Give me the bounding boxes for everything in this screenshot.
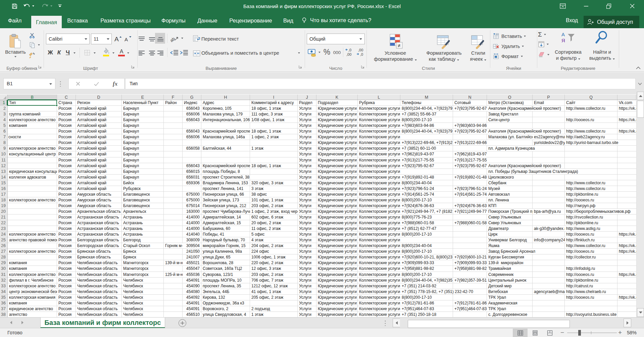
row-header-7[interactable]: 7 (0, 134, 7, 140)
cell-K31[interactable]: Юридические услуги (317, 272, 358, 277)
cell-J3[interactable]: Услуги (298, 111, 316, 117)
cell-G6[interactable]: 656043 (183, 129, 200, 134)
cell-B10[interactable]: консультационный центр (8, 151, 57, 157)
cell-N2[interactable]: +7(923)795-92-67 (453, 106, 487, 111)
sheet-tab-active[interactable]: База компаний и фирм коллекторс (40, 318, 165, 328)
cell-G15[interactable]: 659306 (183, 180, 200, 186)
cell-R4[interactable]: https://vk.com (618, 117, 636, 123)
cell-B3[interactable]: группа компаний (8, 111, 57, 117)
cell-J8[interactable]: Услуги (298, 140, 316, 145)
cell-C11[interactable]: Россия (57, 157, 76, 163)
cell-G30[interactable]: 455047 (183, 266, 200, 272)
cell-J16[interactable]: Услуги (298, 186, 316, 191)
cell-O24[interactable]: Цирк (487, 232, 565, 237)
cell-Q35[interactable]: http://oooeos.ru (565, 295, 617, 300)
cell-G14[interactable]: 656031 (183, 175, 200, 180)
vertical-scrollbar-thumb[interactable] (637, 101, 644, 118)
cell-L15[interactable]: Коллекторские услуги (358, 180, 400, 186)
cell-D6[interactable]: Алтайский край (76, 129, 122, 134)
cell-H6[interactable]: Красноармейский проспект (202, 129, 250, 134)
cell-D27[interactable]: Брянская область (76, 249, 122, 254)
cell-G25[interactable]: 308009 (183, 237, 200, 243)
cell-K11[interactable]: Юридические услуги (317, 157, 358, 163)
cell-C20[interactable]: Россия (57, 209, 76, 214)
cell-C4[interactable]: Россия (57, 117, 76, 123)
cell-G37[interactable]: 454091 (183, 306, 200, 311)
cell-L19[interactable]: Коллекторские услуги (358, 203, 400, 208)
row-header-35[interactable]: 35 (0, 295, 7, 300)
row-header-10[interactable]: 10 (0, 151, 7, 157)
column-header-L[interactable]: L (358, 95, 400, 100)
insert-cells-button[interactable]: Вставить (493, 33, 526, 39)
cell-C35[interactable]: Россия (57, 295, 76, 300)
cell-I12[interactable]: 18 офис, 1 этаж (250, 163, 298, 168)
cell-D33[interactable]: Челябинская область (76, 283, 122, 289)
cell-I16[interactable]: 3 этаж (250, 186, 298, 191)
cell-I15[interactable]: 320 офис, 3 этаж (250, 180, 298, 186)
cell-I30[interactable]: 12 офис, 3 этаж (250, 266, 298, 272)
cell-K38[interactable]: Юридические услуги (317, 312, 358, 317)
cell-Q7[interactable]: http://aeb22agency.ru (565, 134, 636, 140)
horizontal-scrollbar-thumb[interactable] (408, 320, 570, 328)
cell-J30[interactable]: Услуги (298, 266, 316, 272)
cell-O20[interactable]: Поморская (Троицкий проспект) (487, 209, 533, 214)
cell-H36[interactable]: Орджоникидзе, 36а к3 (202, 300, 298, 306)
cell-Q34[interactable]: http://www.chelraeb.ru (565, 289, 636, 294)
cell-L26[interactable]: Коллекторские услуги (358, 243, 400, 248)
cell-G21[interactable]: 414000 (183, 214, 200, 220)
cell-F29[interactable]: 139-й м-н (164, 260, 183, 266)
cell-H24[interactable]: Победы, 41 (202, 232, 250, 237)
cell-I35[interactable]: 205 офис, 2 этаж (250, 295, 298, 300)
cell-D21[interactable]: Астраханская область (76, 214, 122, 220)
share-button[interactable]: Общий доступ (584, 16, 639, 28)
find-select-button[interactable]: Найти и выделить (588, 49, 616, 61)
cell-H35[interactable]: Кирова, 132 (202, 295, 250, 300)
cell-D5[interactable]: Алтайский край (76, 123, 122, 128)
cell-H18[interactable]: Зейская улица, 173 (202, 197, 250, 203)
cell-K18[interactable]: Юридические услуги (317, 197, 358, 203)
cell-I7[interactable]: 1 офис, 2 этаж (250, 134, 298, 140)
cell-Q26[interactable]: http://www.collector.ru (565, 243, 617, 248)
cell-L33[interactable]: Коллекторские услуги (358, 283, 400, 289)
cell-C31[interactable]: Россия (57, 272, 76, 277)
cell-M22[interactable]: +7(988)060-01-58 (401, 220, 453, 226)
cell-J13[interactable]: Услуги (298, 169, 316, 174)
cell-H7[interactable]: Малахова улица, 146а (202, 134, 250, 140)
cell-M8[interactable]: +7(913)222-69-66, +7(913)2 (401, 140, 453, 145)
cell-D28[interactable]: Брянская область (76, 254, 122, 260)
cell-K19[interactable]: Юридические услуги (317, 203, 358, 208)
cell-B18[interactable]: коллекторское агентство (8, 197, 57, 203)
cell-C33[interactable]: Россия (57, 283, 76, 289)
column-header-G[interactable]: G (183, 95, 201, 100)
row-header-13[interactable]: 13 (0, 169, 7, 174)
underline-dropdown-icon[interactable] (73, 52, 76, 54)
cell-L20[interactable]: Коллекторские услуги (358, 209, 400, 214)
cell-Q8[interactable]: http://yurist-barnaul.turbo.site (565, 140, 636, 145)
cell-H13[interactable]: площадь Победы, 8 (202, 169, 298, 174)
cell-I24[interactable]: 5 офис (250, 232, 298, 237)
cell-L8[interactable]: Коллекторские услуги (358, 140, 400, 145)
cell-L25[interactable]: Коллекторские услуги (358, 237, 487, 243)
cell-D34[interactable]: Челябинская область (76, 289, 122, 294)
cell-G31[interactable]: 455036 (183, 272, 200, 277)
increase-font-button[interactable]: А (113, 34, 122, 44)
cell-C21[interactable]: Россия (57, 214, 76, 220)
cell-M12[interactable]: +7(923)795-92-67 (401, 163, 453, 168)
row-header-33[interactable]: 33 (0, 283, 7, 289)
cell-M26[interactable]: 8(800)234-40-04 (401, 243, 487, 248)
cell-M28[interactable]: +7(920)600-10-21, 8(800)23 (401, 254, 453, 260)
cell-L1[interactable]: Рубрика (358, 100, 400, 105)
orientation-dropdown-icon[interactable] (181, 38, 183, 39)
cell-L28[interactable]: Коллекторские услуги (358, 254, 400, 260)
cell-I27[interactable]: 224 офис (250, 249, 298, 254)
cell-E36[interactable]: Челябинск (122, 300, 183, 306)
cell-M9[interactable]: +7 (3852) 60-11-00 (401, 146, 487, 151)
cell-R24[interactable]: https://vk.com (618, 232, 636, 237)
cell-L32[interactable]: Коллекторские услуги (358, 278, 400, 283)
cell-J27[interactable]: Услуги (298, 249, 316, 254)
row-header-34[interactable]: 34 (0, 289, 7, 294)
cell-J5[interactable]: Услуги (298, 123, 316, 128)
cell-K30[interactable]: Юридические услуги (317, 266, 358, 272)
cell-O17[interactable]: Автовокзал (487, 192, 565, 197)
cell-L4[interactable]: Коллекторские услуги (358, 117, 400, 123)
